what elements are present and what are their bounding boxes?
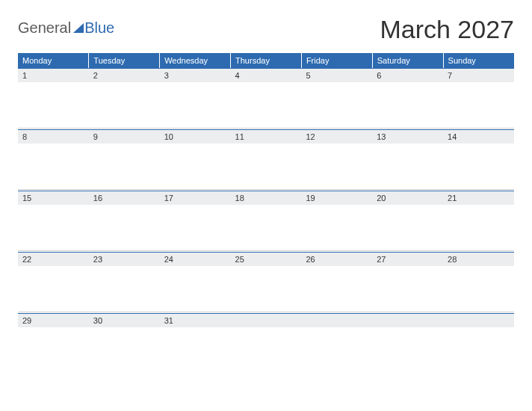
calendar-day-cell: 3 — [160, 68, 231, 129]
day-number: 22 — [18, 252, 89, 266]
calendar-week: 22232425262728 — [18, 252, 514, 313]
day-body — [231, 82, 302, 129]
weekday-header: Saturday — [372, 53, 443, 68]
day-number: 19 — [301, 191, 372, 205]
brand-logo: General Blue — [18, 19, 114, 37]
calendar-day-cell: 1 — [18, 68, 89, 129]
day-number: 6 — [372, 68, 443, 82]
calendar-day-cell: 20 — [372, 191, 443, 252]
calendar-grid: Monday Tuesday Wednesday Thursday Friday… — [18, 53, 514, 374]
calendar-day-cell: 5 — [301, 68, 372, 129]
day-number: 23 — [89, 252, 160, 266]
weekday-header-row: Monday Tuesday Wednesday Thursday Friday… — [18, 53, 514, 68]
day-body — [372, 327, 443, 374]
day-number: 15 — [18, 191, 89, 205]
day-body — [18, 266, 89, 312]
day-number: 12 — [301, 129, 372, 143]
day-number: 26 — [301, 252, 372, 266]
calendar-day-cell: 19 — [301, 191, 372, 252]
day-number: 1 — [18, 68, 89, 82]
calendar-week: 15161718192021 — [18, 191, 514, 252]
day-number: 29 — [18, 313, 89, 327]
calendar-day-cell: 30 — [89, 313, 160, 374]
day-number: 27 — [372, 252, 443, 266]
weekday-header: Wednesday — [160, 53, 231, 68]
calendar-day-cell: 11 — [231, 129, 302, 191]
calendar-day-cell: 29 — [18, 313, 89, 374]
calendar-day-cell: 31 — [160, 313, 231, 374]
calendar-day-cell: 17 — [160, 191, 231, 252]
calendar-body: 1234567891011121314151617181920212223242… — [18, 68, 514, 374]
calendar-day-cell: . — [231, 313, 302, 374]
day-body — [89, 205, 160, 251]
day-body — [18, 327, 89, 374]
day-number: 18 — [231, 191, 302, 205]
day-body — [18, 143, 89, 190]
calendar-day-cell: 14 — [443, 129, 514, 191]
calendar-day-cell: 23 — [89, 252, 160, 313]
calendar-day-cell: 10 — [160, 129, 231, 191]
day-number: . — [301, 313, 372, 327]
day-number: 21 — [443, 191, 514, 205]
calendar-day-cell: 6 — [372, 68, 443, 129]
day-body — [301, 205, 372, 251]
calendar-day-cell: . — [443, 313, 514, 374]
day-number: 17 — [160, 191, 231, 205]
calendar-day-cell: 8 — [18, 129, 89, 191]
day-number: 7 — [443, 68, 514, 82]
calendar-day-cell: . — [372, 313, 443, 374]
day-body — [160, 327, 231, 374]
calendar-title: March 2027 — [380, 15, 514, 44]
weekday-header: Tuesday — [89, 53, 160, 68]
calendar-week: 1234567 — [18, 68, 514, 129]
day-number: 3 — [160, 68, 231, 82]
logo-word-general: General — [18, 19, 71, 37]
day-body — [372, 266, 443, 312]
day-body — [443, 82, 514, 129]
day-number: 31 — [160, 313, 231, 327]
day-body — [372, 143, 443, 190]
day-number: 25 — [231, 252, 302, 266]
calendar-day-cell: 24 — [160, 252, 231, 313]
day-number: 5 — [301, 68, 372, 82]
day-body — [89, 143, 160, 190]
day-number: 9 — [89, 129, 160, 143]
day-body — [443, 205, 514, 251]
calendar-day-cell: 28 — [443, 252, 514, 313]
day-body — [301, 143, 372, 190]
day-number: . — [372, 313, 443, 327]
calendar-day-cell: 18 — [231, 191, 302, 252]
calendar-day-cell: 25 — [231, 252, 302, 313]
logo-word-blue: Blue — [84, 19, 114, 37]
day-body — [231, 327, 302, 374]
calendar-day-cell: . — [301, 313, 372, 374]
calendar-day-cell: 12 — [301, 129, 372, 191]
day-body — [443, 266, 514, 312]
day-body — [301, 327, 372, 374]
day-number: 16 — [89, 191, 160, 205]
calendar-week: 891011121314 — [18, 129, 514, 191]
day-number: 24 — [160, 252, 231, 266]
calendar-day-cell: 26 — [301, 252, 372, 313]
day-body — [231, 143, 302, 190]
day-number: 28 — [443, 252, 514, 266]
day-number: 13 — [372, 129, 443, 143]
day-body — [231, 205, 302, 251]
weekday-header: Friday — [301, 53, 372, 68]
calendar-week: 293031.... — [18, 313, 514, 374]
day-number: 14 — [443, 129, 514, 143]
calendar-day-cell: 27 — [372, 252, 443, 313]
day-body — [89, 327, 160, 374]
calendar-day-cell: 21 — [443, 191, 514, 252]
day-body — [89, 266, 160, 312]
day-body — [160, 143, 231, 190]
calendar-day-cell: 22 — [18, 252, 89, 313]
logo-triangle-icon — [73, 23, 84, 33]
day-body — [18, 82, 89, 129]
calendar-day-cell: 16 — [89, 191, 160, 252]
day-body — [443, 143, 514, 190]
day-body — [160, 266, 231, 312]
day-body — [160, 205, 231, 251]
calendar-day-cell: 2 — [89, 68, 160, 129]
calendar-day-cell: 4 — [231, 68, 302, 129]
